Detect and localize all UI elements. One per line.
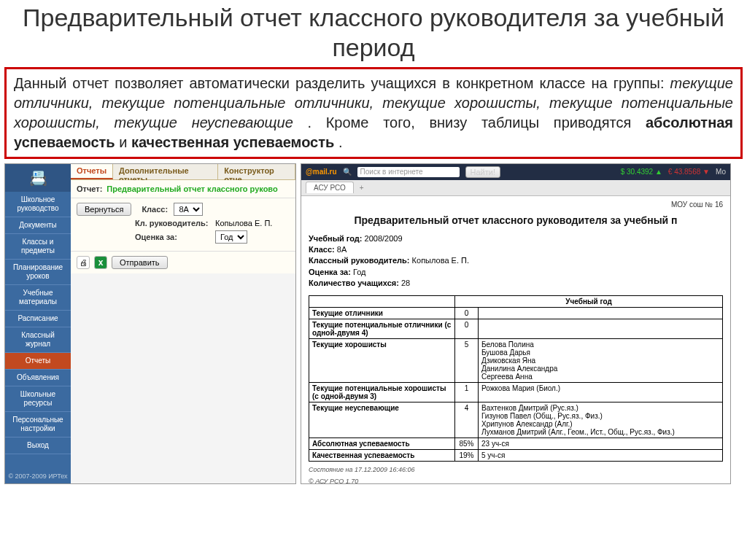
table-row: Текущие неуспевающие4Вахтенков Дмитрий (… (309, 402, 723, 438)
table-row: Текущие отличники0 (309, 307, 723, 319)
app-screenshot-left: 📇 Школьное руководствоДокументыКлассы и … (4, 163, 296, 484)
row-label: Текущие потенциальные отличники (с одной… (309, 319, 455, 338)
desc-mid: . Кроме того, внизу таблицы приводятся (307, 114, 646, 131)
sidebar-item[interactable]: Персональные настройки (5, 412, 71, 438)
table-row: Текущие потенциальные хорошисты (с одной… (309, 382, 723, 402)
sidebar-item[interactable]: Объявления (5, 370, 71, 386)
class-label: Класс: (142, 205, 174, 214)
row-count: 0 (455, 307, 479, 319)
row-count: 1 (455, 382, 479, 402)
tab-constructor[interactable]: Конструктор отче (218, 164, 295, 179)
desc-bold2: качественная успеваемость (131, 134, 334, 150)
sidebar-item[interactable]: Отчеты (5, 353, 71, 370)
th-year: Учебный год (455, 295, 723, 307)
row-label: Абсолютная успеваемость (309, 438, 455, 449)
find-button[interactable]: Найти! (465, 166, 500, 178)
back-button[interactable]: Вернуться (77, 203, 131, 216)
sidebar-item[interactable]: Документы (5, 217, 71, 234)
meta-class-label: Класс: (309, 245, 335, 254)
row-label: Текущие потенциальные хорошисты (с одной… (309, 382, 455, 402)
stock-usd: $ 30.4392 ▲ (621, 168, 662, 176)
tab-reports[interactable]: Отчеты (71, 164, 113, 179)
slide-title: Предварительный отчет классного руководи… (0, 0, 747, 67)
school-name: МОУ сош № 16 (309, 201, 723, 209)
tab-extra-reports[interactable]: Дополнительные отчеты (113, 164, 218, 179)
table-row: Текущие потенциальные отличники (с одной… (309, 319, 723, 338)
row-label: Текущие неуспевающие (309, 402, 455, 438)
meta-teacher-label: Классный руководитель: (309, 256, 410, 265)
row-count: 0 (455, 319, 479, 338)
class-select[interactable]: 8А (174, 203, 203, 216)
sidebar-item[interactable]: Планирование уроков (5, 260, 71, 285)
mo-label: Мо (716, 168, 726, 176)
report-label: Отчет: (77, 184, 102, 193)
sidebar-item[interactable]: Школьные ресурсы (5, 386, 71, 412)
sidebar-item[interactable]: Классный журнал (5, 327, 71, 353)
sidebar-logo-icon: 📇 (5, 164, 71, 192)
report-name: Предварительный отчет классного руково (107, 184, 277, 193)
grade-select[interactable]: Год (215, 230, 247, 244)
excel-icon[interactable] (94, 256, 107, 269)
stock-eur: € 43.8568 ▼ (668, 168, 710, 176)
row-names: Белова Полина Бушова Дарья Дзиковская Ян… (479, 338, 723, 382)
sidebar-item[interactable]: Учебные материалы (5, 285, 71, 311)
row-names: Вахтенков Дмитрий (Рус.яз.) Гизунов Паве… (479, 402, 723, 438)
meta-count-value: 28 (401, 279, 410, 287)
report-table: Учебный год Текущие отличники0Текущие по… (309, 295, 723, 462)
row-count: 5 (455, 338, 479, 382)
row-label: Качественная успеваемость (309, 449, 455, 461)
row-label: Текущие хорошисты (309, 338, 455, 382)
meta-year-label: Учебный год: (309, 234, 363, 243)
search-icon: 🔍 (343, 168, 352, 176)
meta-teacher-value: Копылова Е. П. (412, 256, 469, 265)
row-names: Рожкова Мария (Биол.) (479, 382, 723, 402)
row-count: 19% (455, 449, 479, 461)
row-names: 5 уч-ся (479, 449, 723, 461)
browser-tabs: АСУ РСО + (301, 180, 730, 196)
meta-year-value: 2008/2009 (365, 234, 403, 243)
tabs: Отчеты Дополнительные отчеты Конструктор… (71, 164, 295, 180)
mail-logo: @mail.ru (306, 168, 337, 176)
row-label: Текущие отличники (309, 307, 455, 319)
sidebar-item[interactable]: Классы и предметы (5, 234, 71, 260)
row-count: 85% (455, 438, 479, 449)
report-preview: @mail.ru 🔍 Поиск в интернете Найти! $ 30… (301, 163, 731, 484)
desc-end: . (338, 134, 343, 150)
add-tab-icon[interactable]: + (360, 184, 364, 192)
desc-text: Данный отчет позволяет автоматически раз… (14, 75, 670, 91)
sidebar: 📇 Школьное руководствоДокументыКлассы и … (5, 164, 71, 483)
teacher-value: Копылова Е. П. (215, 219, 272, 228)
meta-count-label: Количество учащихся: (309, 279, 399, 287)
row-names (479, 307, 723, 319)
sidebar-footer: © 2007-2009 ИРТех (5, 469, 71, 483)
footer-copyright: © АСУ РСО 1.70 (309, 478, 723, 483)
send-button[interactable]: Отправить (112, 256, 168, 269)
browser-tab[interactable]: АСУ РСО (306, 182, 354, 193)
browser-toolbar: @mail.ru 🔍 Поиск в интернете Найти! $ 30… (301, 164, 730, 180)
meta-grade-value: Год (353, 268, 366, 276)
row-names: 23 уч-ся (479, 438, 723, 449)
meta-grade-label: Оценка за: (309, 268, 351, 276)
browser-search[interactable]: Поиск в интернете (357, 167, 460, 177)
table-row: Текущие хорошисты5Белова Полина Бушова Д… (309, 338, 723, 382)
row-names (479, 319, 723, 338)
table-row: Абсолютная успеваемость85%23 уч-ся (309, 438, 723, 449)
row-count: 4 (455, 402, 479, 438)
report-meta: Учебный год: 2008/2009 Класс: 8А Классны… (309, 233, 723, 289)
description-box: Данный отчет позволяет автоматически раз… (4, 67, 743, 159)
sidebar-item[interactable]: Расписание (5, 311, 71, 327)
sidebar-item[interactable]: Выход (5, 438, 71, 454)
meta-class-value: 8А (337, 245, 347, 254)
grade-label: Оценка за: (135, 233, 215, 241)
table-row: Качественная успеваемость19%5 уч-ся (309, 449, 723, 461)
teacher-label: Кл. руководитель: (135, 219, 215, 228)
toolbar: Отправить (71, 252, 295, 273)
report-title: Предварительный отчет классного руководи… (309, 214, 723, 226)
desc-and: и (119, 134, 131, 150)
sidebar-item[interactable]: Школьное руководство (5, 192, 71, 217)
footer-timestamp: Состояние на 17.12.2009 16:46:06 (309, 466, 723, 473)
report-name-row: Отчет: Предварительный отчет классного р… (71, 180, 295, 198)
print-icon[interactable] (77, 256, 90, 269)
filters: Вернуться Класс: 8А Кл. руководитель: Ко… (71, 198, 295, 252)
